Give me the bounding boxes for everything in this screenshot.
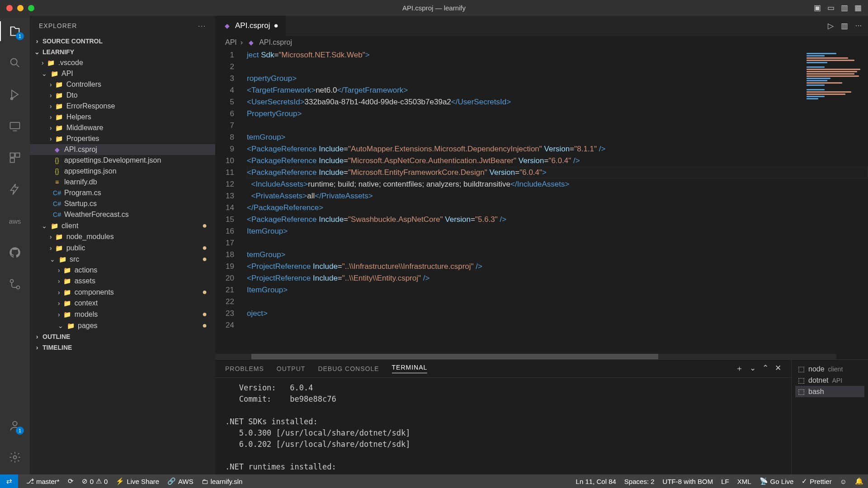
section-timeline[interactable]: ›TIMELINE	[30, 342, 215, 353]
folder-icon: 📁	[47, 58, 56, 67]
tree-item[interactable]: ›📁Properties	[30, 133, 215, 144]
tree-item[interactable]: {}appsettings.json	[30, 166, 215, 177]
terminal-list-item[interactable]: ⬚dotnet API	[795, 375, 864, 386]
section-outline[interactable]: ›OUTLINE	[30, 331, 215, 342]
tree-item[interactable]: C#WeatherForecast.cs	[30, 209, 215, 220]
close-window-button[interactable]	[6, 5, 13, 11]
split-editor-icon[interactable]: ▥	[841, 21, 848, 31]
chevron-icon: ›	[42, 59, 44, 66]
eol[interactable]: LF	[721, 478, 729, 485]
explorer-sidebar: EXPLORER ··· ›SOURCE CONTROL ⌄LEARNIFY ›…	[30, 16, 215, 474]
tree-item[interactable]: ›📁assets	[30, 276, 215, 286]
cursor-position[interactable]: Ln 11, Col 84	[576, 478, 616, 485]
folder-icon: 📁	[63, 310, 72, 319]
tree-item[interactable]: ⌄📁pages●	[30, 320, 215, 331]
aws-tab-icon[interactable]: aws	[5, 211, 25, 231]
terminal-list-item[interactable]: ⬚bash	[795, 386, 864, 397]
encoding[interactable]: UTF-8 with BOM	[663, 478, 713, 485]
tree-item[interactable]: ›📁components●	[30, 286, 215, 298]
gitlens-tab-icon[interactable]	[5, 274, 25, 294]
tree-item[interactable]: ◆API.csproj	[30, 144, 215, 155]
code-editor[interactable]: 123456789101112131415161718192021222324 …	[215, 49, 868, 354]
aws-button[interactable]: 🔗AWS	[167, 477, 193, 485]
tree-item[interactable]: ›📁Helpers	[30, 112, 215, 122]
tree-item[interactable]: C#Program.cs	[30, 188, 215, 198]
accounts-icon[interactable]: 1	[5, 416, 25, 436]
settings-icon[interactable]	[5, 447, 25, 467]
terminal-dropdown-icon[interactable]: ⌄	[750, 363, 756, 374]
sync-icon: ⟳	[68, 477, 74, 485]
editor-tab[interactable]: ◆ API.csproj ●	[215, 16, 286, 36]
tree-item[interactable]: ›📁Middleware	[30, 122, 215, 133]
tab-output[interactable]: OUTPUT	[277, 365, 306, 372]
tree-item[interactable]: ›📁context	[30, 298, 215, 309]
tab-problems[interactable]: PROBLEMS	[225, 365, 264, 372]
tree-item[interactable]: ›📁Controllers	[30, 79, 215, 90]
tree-item[interactable]: ›📁.vscode	[30, 57, 215, 68]
thunder-client-tab-icon[interactable]	[5, 179, 25, 199]
layout-panel-icon[interactable]: ▭	[826, 3, 836, 14]
terminal-output[interactable]: Version: 6.0.4 Commit: be98e88c76 .NET S…	[215, 378, 791, 474]
modified-dot: ●	[202, 243, 207, 253]
horizontal-scrollbar[interactable]	[215, 354, 836, 359]
section-workspace[interactable]: ⌄LEARNIFY	[30, 47, 215, 57]
breadcrumb[interactable]: API › ◆ API.csproj	[215, 36, 868, 49]
check-icon: ✓	[802, 477, 807, 485]
modified-dot: ●	[202, 221, 207, 230]
minimize-window-button[interactable]	[17, 5, 24, 11]
search-tab-icon[interactable]	[5, 53, 25, 73]
tree-item[interactable]: ›📁actions	[30, 265, 215, 276]
section-source-control[interactable]: ›SOURCE CONTROL	[30, 36, 215, 47]
github-tab-icon[interactable]	[5, 243, 25, 263]
folder-icon: 📁	[63, 266, 72, 275]
chevron-icon: ›	[50, 244, 52, 252]
tree-item[interactable]: ›📁Dto	[30, 90, 215, 101]
layout-customize-icon[interactable]: ▦	[853, 3, 863, 14]
solution-button[interactable]: 🗀learnify.sln	[202, 478, 243, 485]
feedback-icon[interactable]: ☺	[840, 478, 847, 485]
tree-item[interactable]: {}appsettings.Development.json	[30, 155, 215, 166]
run-debug-tab-icon[interactable]	[5, 84, 25, 104]
remote-explorer-tab-icon[interactable]	[5, 116, 25, 136]
file-icon: C#	[52, 199, 61, 208]
tree-item[interactable]: ›📁ErrorResponse	[30, 101, 215, 112]
maximize-panel-icon[interactable]: ⌃	[762, 363, 769, 374]
errors-warnings[interactable]: ⊘0 ⚠0	[82, 477, 108, 485]
explorer-more-icon[interactable]: ···	[198, 22, 206, 29]
live-share-button[interactable]: ⚡Live Share	[116, 477, 159, 485]
tree-item-label: Middleware	[66, 124, 104, 132]
tree-item[interactable]: ⌄📁API	[30, 68, 215, 79]
tree-item[interactable]: ≡learnify.db	[30, 177, 215, 188]
modified-dot: ●	[202, 321, 207, 330]
tree-item-label: WeatherForecast.cs	[64, 211, 129, 219]
tree-item[interactable]: C#Startup.cs	[30, 198, 215, 209]
tree-item[interactable]: ›📁public●	[30, 242, 215, 253]
go-live-button[interactable]: 📡Go Live	[760, 477, 794, 485]
remote-button[interactable]: ⇄	[0, 474, 18, 488]
tree-item[interactable]: ⌄📁client●	[30, 220, 215, 231]
extensions-tab-icon[interactable]	[5, 148, 25, 168]
sync-button[interactable]: ⟳	[68, 477, 74, 485]
tree-item[interactable]: ›📁node_modules	[30, 231, 215, 242]
new-terminal-icon[interactable]: ＋	[736, 363, 743, 374]
prettier-button[interactable]: ✓Prettier	[802, 477, 831, 485]
minimap[interactable]	[805, 49, 868, 354]
branch-icon: ⎇	[26, 477, 34, 485]
layout-sidebar-left-icon[interactable]: ▣	[812, 3, 823, 14]
tab-terminal[interactable]: TERMINAL	[392, 364, 428, 373]
chevron-icon: ⌄	[50, 256, 55, 263]
git-branch[interactable]: ⎇master*	[26, 477, 60, 485]
indentation[interactable]: Spaces: 2	[624, 478, 655, 485]
notifications-icon[interactable]: 🔔	[855, 477, 863, 485]
layout-sidebar-right-icon[interactable]: ▥	[839, 3, 850, 14]
tree-item[interactable]: ›📁models●	[30, 309, 215, 320]
run-icon[interactable]: ▷	[828, 21, 834, 31]
more-actions-icon[interactable]: ···	[855, 21, 862, 31]
close-panel-icon[interactable]: ✕	[775, 363, 781, 374]
tree-item[interactable]: ⌄📁src●	[30, 253, 215, 265]
maximize-window-button[interactable]	[28, 5, 34, 11]
language-mode[interactable]: XML	[737, 478, 751, 485]
tab-debug-console[interactable]: DEBUG CONSOLE	[318, 365, 379, 372]
explorer-tab-icon[interactable]: 1	[5, 21, 25, 41]
terminal-list-item[interactable]: ⬚node client	[795, 363, 864, 375]
